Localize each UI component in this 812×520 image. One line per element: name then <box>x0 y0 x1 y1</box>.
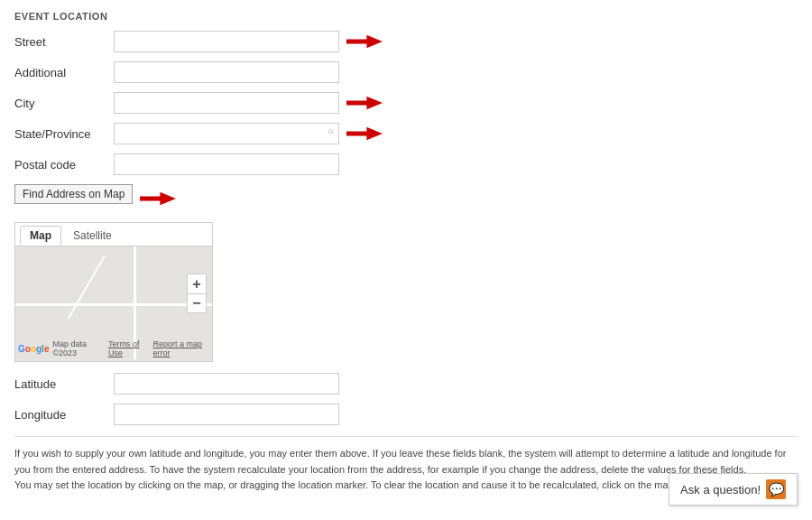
latitude-label: Latitude <box>14 377 114 391</box>
city-row: City <box>14 92 798 114</box>
map-data-label: Map data ©2023 <box>52 339 104 358</box>
main-container: EVENT LOCATION Street Additional City St… <box>0 0 812 505</box>
postal-input[interactable] <box>114 153 339 175</box>
map-container[interactable]: Map Satellite + − Google Map data ©2023 … <box>14 222 213 362</box>
google-logo: Google <box>18 344 49 354</box>
map-tab-satellite[interactable]: Satellite <box>63 226 122 246</box>
svg-marker-0 <box>346 35 383 48</box>
postal-label: Postal code <box>14 158 114 172</box>
map-tab-map[interactable]: Map <box>20 226 61 246</box>
additional-row: Additional <box>14 61 798 83</box>
street-input[interactable] <box>114 31 339 52</box>
map-report-link[interactable]: Report a map error <box>153 339 212 358</box>
city-arrow-icon <box>346 93 383 113</box>
find-address-row: Find Address on Map <box>14 184 798 213</box>
map-body[interactable]: + − Google Map data ©2023 Terms of Use R… <box>15 246 212 359</box>
additional-input[interactable] <box>114 61 339 83</box>
street-label: Street <box>14 35 114 49</box>
map-terms-link[interactable]: Terms of Use <box>108 339 150 358</box>
map-zoom-controls: + − <box>187 274 207 313</box>
zoom-in-button[interactable]: + <box>187 274 207 293</box>
ask-question-icon: 💬 <box>766 479 786 499</box>
street-arrow-icon <box>346 32 383 51</box>
city-label: City <box>14 97 114 110</box>
street-row: Street <box>14 31 798 52</box>
find-address-button[interactable]: Find Address on Map <box>14 184 133 204</box>
ask-question-button[interactable]: Ask a question! 💬 <box>669 473 798 506</box>
state-select-wrapper <box>114 123 339 144</box>
postal-row: Postal code <box>14 153 798 175</box>
svg-marker-2 <box>346 127 383 140</box>
longitude-row: Longitude <box>14 404 798 425</box>
map-road-diagonal <box>68 255 106 319</box>
latitude-row: Latitude <box>14 373 798 395</box>
map-tabs: Map Satellite <box>15 223 212 246</box>
ask-question-label: Ask a question! <box>680 483 761 497</box>
latitude-input[interactable] <box>114 373 339 395</box>
city-input[interactable] <box>114 92 339 114</box>
state-select[interactable] <box>114 123 339 144</box>
state-arrow-icon <box>346 124 383 144</box>
find-address-arrow-icon <box>140 189 176 209</box>
svg-marker-1 <box>346 97 383 109</box>
section-title: EVENT LOCATION <box>14 11 798 22</box>
map-footer: Google Map data ©2023 Terms of Use Repor… <box>18 339 212 358</box>
zoom-out-button[interactable]: − <box>187 293 207 313</box>
svg-marker-3 <box>140 192 176 205</box>
longitude-input[interactable] <box>114 404 339 425</box>
state-label: State/Province <box>14 127 114 141</box>
longitude-label: Longitude <box>14 408 114 422</box>
additional-label: Additional <box>14 66 114 79</box>
map-road-horizontal <box>15 303 212 306</box>
state-row: State/Province <box>14 123 798 144</box>
